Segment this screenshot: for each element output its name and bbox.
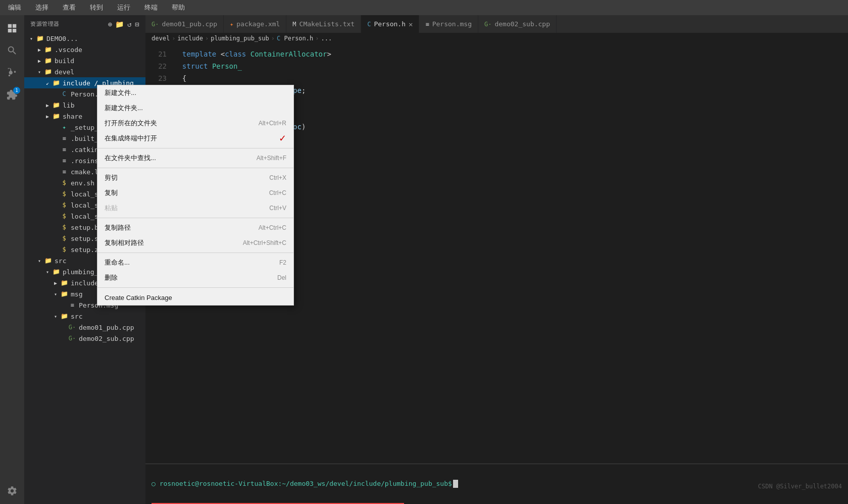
ctx-sep-4 xyxy=(97,253,293,253)
ctx-open-terminal[interactable]: 在集成终端中打开 ✓ xyxy=(97,131,293,146)
tab-icon-person-msg: ≡ xyxy=(425,21,429,28)
ctx-new-file[interactable]: 新建文件... xyxy=(97,85,293,100)
terminal-user: rosnoetic@rosnoetic-VirtualBox xyxy=(160,480,278,487)
ctx-delete[interactable]: 删除 Del xyxy=(97,270,293,285)
tree-item-src-sub[interactable]: ▾ 📁 src xyxy=(24,311,145,322)
tree-item-demo02-sub[interactable]: G· demo02_sub.cpp xyxy=(24,333,145,344)
ctx-find-in-folder[interactable]: 在文件夹中查找... Alt+Shift+F xyxy=(97,150,293,166)
ctx-new-folder[interactable]: 新建文件夹... xyxy=(97,100,293,116)
breadcrumb-plumbing-pub-sub[interactable]: plumbing_pub_sub xyxy=(211,35,269,42)
watermark: CSDN @Silver_bullet2004 xyxy=(758,483,842,490)
tab-label-demo02: demo02_sub.cpp xyxy=(494,20,550,28)
breadcrumb-devel[interactable]: devel xyxy=(152,35,170,42)
settings-icon[interactable] xyxy=(3,482,21,500)
search-icon[interactable] xyxy=(3,41,21,60)
context-menu: 新建文件... 新建文件夹... 打开所在的文件夹 Alt+Ctrl+R 在集成… xyxy=(97,85,294,306)
menu-item-run[interactable]: 运行 xyxy=(114,2,133,13)
breadcrumb: devel › include › plumbing_pub_sub › C P… xyxy=(145,33,848,44)
tab-demo01[interactable]: G· demo01_pub.cpp xyxy=(145,15,224,33)
code-line-23: { xyxy=(174,72,848,84)
menu-item-goto[interactable]: 转到 xyxy=(87,2,106,13)
tab-icon-demo01: G· xyxy=(152,21,159,28)
new-file-icon[interactable]: ⊕ xyxy=(108,20,112,28)
tree-item-demo01-pub[interactable]: G· demo01_pub.cpp xyxy=(24,322,145,333)
tab-label-package: package.xml xyxy=(236,20,280,28)
ctx-copy-rel-path[interactable]: 复制相对路径 Alt+Ctrl+Shift+C xyxy=(97,235,293,250)
tab-cmake[interactable]: M CMakeLists.txt xyxy=(286,15,361,33)
menu-bar: 编辑 选择 查看 转到 运行 终端 帮助 xyxy=(0,0,848,15)
menu-item-help[interactable]: 帮助 xyxy=(169,2,188,13)
terminal-prompt: ○ rosnoetic@rosnoetic-VirtualBox:~/demo0… xyxy=(152,480,452,487)
terminal-content[interactable]: ○ rosnoetic@rosnoetic-VirtualBox:~/demo0… xyxy=(145,464,848,503)
code-line-22: struct Person_ xyxy=(174,60,848,72)
tab-label-person-msg: Person.msg xyxy=(432,20,472,28)
tab-package[interactable]: ✦ package.xml xyxy=(224,15,286,33)
tree-item-build[interactable]: ▶ 📁 build xyxy=(24,55,145,66)
ctx-sep-2 xyxy=(97,168,293,168)
sidebar-header: 资源管理器 ⊕ 📁 ↺ ⊟ xyxy=(24,15,145,33)
tab-person-msg[interactable]: ≡ Person.msg xyxy=(419,15,478,33)
tab-close-person-h[interactable]: ✕ xyxy=(409,20,413,28)
tree-item-devel[interactable]: ▾ 📁 devel xyxy=(24,66,145,77)
code-line-21: template <class ContainerAllocator> xyxy=(174,48,848,60)
ctx-create-catkin[interactable]: Create Catkin Package xyxy=(97,290,293,305)
terminal-cursor xyxy=(453,480,458,488)
activity-bar: 1 xyxy=(0,15,24,504)
tree-root[interactable]: ▾ 📁 DEMO0... xyxy=(24,33,145,44)
ctx-checkmark-icon: ✓ xyxy=(279,133,286,144)
tree-root-label: DEMO0... xyxy=(46,35,78,42)
menu-item-view[interactable]: 查看 xyxy=(60,2,79,13)
tab-person-h[interactable]: C Person.h ✕ xyxy=(361,15,419,33)
menu-item-select[interactable]: 选择 xyxy=(32,2,52,13)
source-control-icon[interactable] xyxy=(3,64,21,82)
tab-label-demo01: demo01_pub.cpp xyxy=(162,20,217,28)
explorer-icon[interactable] xyxy=(3,19,21,37)
ctx-rename[interactable]: 重命名... F2 xyxy=(97,255,293,270)
tree-item-vscode[interactable]: ▶ 📁 .vscode xyxy=(24,44,145,55)
terminal: ○ rosnoetic@rosnoetic-VirtualBox:~/demo0… xyxy=(145,464,848,504)
tab-label-person-h: Person.h xyxy=(374,20,406,28)
extensions-icon[interactable]: 1 xyxy=(3,86,21,104)
tab-icon-person-h: C xyxy=(367,21,371,28)
ctx-sep-1 xyxy=(97,148,293,148)
tab-icon-cmake: M xyxy=(292,21,296,28)
breadcrumb-person-h[interactable]: C Person.h xyxy=(277,35,313,42)
tab-label-cmake: CMakeLists.txt xyxy=(300,20,355,28)
tab-icon-demo02: G· xyxy=(484,21,491,28)
tab-icon-package: ✦ xyxy=(230,21,233,28)
new-folder-icon[interactable]: 📁 xyxy=(115,20,124,28)
ctx-copy[interactable]: 复制 Ctrl+C xyxy=(97,185,293,200)
collapse-all-icon[interactable]: ⊟ xyxy=(135,20,139,28)
ctx-paste: 粘贴 Ctrl+V xyxy=(97,200,293,216)
tab-demo02[interactable]: G· demo02_sub.cpp xyxy=(478,15,557,33)
ctx-copy-path[interactable]: 复制路径 Alt+Ctrl+C xyxy=(97,220,293,235)
menu-item-edit[interactable]: 编辑 xyxy=(5,2,24,13)
ctx-sep-3 xyxy=(97,218,293,218)
tab-bar: G· demo01_pub.cpp ✦ package.xml M CMakeL… xyxy=(145,15,848,33)
sidebar-title: 资源管理器 xyxy=(30,20,60,28)
menu-item-terminal[interactable]: 终端 xyxy=(141,2,161,13)
ctx-cut[interactable]: 剪切 Ctrl+X xyxy=(97,170,293,185)
extensions-badge: 1 xyxy=(13,87,20,94)
terminal-path: :~/demo03_ws/devel/include/plumbing_pub_… xyxy=(278,480,452,487)
breadcrumb-include[interactable]: include xyxy=(177,35,203,42)
sidebar-header-icons: ⊕ 📁 ↺ ⊟ xyxy=(108,20,139,28)
breadcrumb-ellipsis[interactable]: ... xyxy=(321,35,332,42)
ctx-open-folder[interactable]: 打开所在的文件夹 Alt+Ctrl+R xyxy=(97,116,293,131)
refresh-icon[interactable]: ↺ xyxy=(127,20,132,28)
ctx-sep-5 xyxy=(97,287,293,288)
